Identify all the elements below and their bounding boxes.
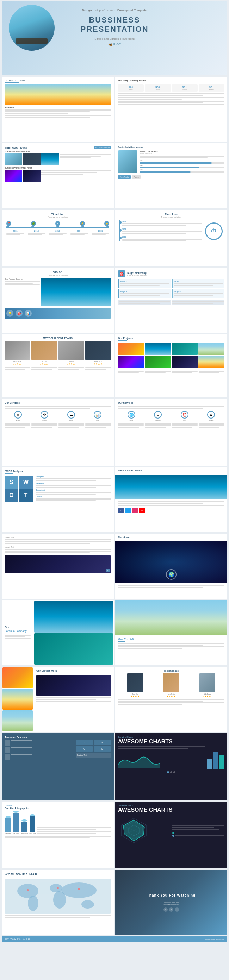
our-portfolio-slide: Our Portfolio — [115, 600, 227, 665]
profile-member-slide: Profile Individual Member Planning Targe… — [115, 143, 227, 208]
target-marketing-slide: 🎯 Target Marketing There are many variat… — [115, 267, 227, 332]
svg-point-8 — [28, 896, 38, 911]
our-projects-label: Our Projects — [118, 337, 224, 339]
vision-subtitle: There are many variations — [5, 274, 111, 276]
timeline2-subtitle: There are many variations — [118, 216, 224, 218]
vision-label: Vision — [5, 270, 111, 274]
best-teams-label: MEET OUR BEST TEAMS — [5, 337, 111, 339]
services-left-label: Our Services — [5, 402, 111, 404]
profile-member-label: Profile Individual Member — [118, 146, 224, 148]
creative-charts1-slide: Creative Charts AWESOME CHARTS — [115, 733, 227, 800]
services-text-slide: sample Text sample Text ▶ — [2, 534, 114, 599]
cover-slide: Design and professional Powerpoint Templ… — [2, 2, 227, 75]
meet-best-teams-slide: MEET OUR BEST TEAMS BEST TEAM ★★★★★ OLIV… — [2, 334, 114, 398]
svg-point-15 — [78, 888, 80, 890]
thank-you-slide: Thank You For Watching www.example.com i… — [115, 870, 227, 935]
svg-point-14 — [57, 887, 59, 889]
social-media-slide: We are Social Media f t i y — [115, 467, 227, 532]
svg-point-13 — [27, 889, 29, 891]
worldwide-label: WORLDWIDE MAP — [5, 873, 111, 876]
cover-title-line1: BUSSINESS — [58, 16, 171, 25]
timeline2-label: Time Line — [118, 213, 224, 216]
target-marketing-label: Target Marketing — [127, 272, 147, 274]
introduction-slide: INTRODUCTION Welcome — [2, 77, 114, 142]
creative-charts2-slide: Creative Charts AWESOME CHARTS — [115, 802, 227, 869]
thank-you-label: Thank You For Watching — [147, 893, 195, 897]
charts2-label: Creative Charts — [118, 804, 224, 807]
swot-s: S — [5, 476, 18, 488]
cover-logo: 🦋 PIGE — [58, 43, 171, 46]
services-banner-slide: Services 🌍 — [115, 534, 227, 599]
cover-title-line2: PRESENTATION — [58, 25, 171, 34]
latest-work-label: Our Lastest Work — [36, 670, 111, 672]
company-profile-slide: This Is My Company Profile 10+ Years 50+… — [115, 77, 227, 142]
portfolio-company-slide: Our Portfolio Company — [2, 600, 114, 665]
infographic-label: Creative Infographic — [5, 807, 111, 809]
target-marketing-subtitle: There are many variations — [127, 274, 147, 276]
svg-point-12 — [82, 900, 94, 908]
intro-label: INTRODUCTION — [5, 80, 111, 82]
bottom-bar: A981 1500+ 黄色，蓝 下载 PowerPoint Template — [2, 936, 227, 942]
awesome-features-slide: Awesome Features — [2, 733, 114, 800]
worldwide-map-slide: WORLDWIDE MAP — [2, 870, 114, 935]
our-services-left-slide: Our Services ✉ Email ⚙ Settings ☁ Cloud — [2, 399, 114, 466]
team2-label: OURS CREATIVE SUPPLY TEAM — [5, 167, 111, 169]
testimonials-slide: Testimonials John Doe ★★★★★ Jane Smith ★… — [115, 667, 227, 732]
teams-badge: BEST CREATORS INF — [94, 146, 111, 149]
profile-title: This Is My Company Profile — [118, 80, 224, 82]
intro-welcome: Welcome — [5, 107, 111, 109]
cover-tagline: Simple and Editable Powerpoint — [58, 37, 171, 40]
services-banner-label: Services — [115, 534, 227, 541]
charts2-title: AWESOME CHARTS — [118, 807, 224, 813]
timeline1-label: Time Line — [5, 213, 111, 216]
vision-slide: Vision There are many variations Be a Fa… — [2, 267, 114, 332]
charts1-title: AWESOME CHARTS — [118, 738, 224, 745]
meet-teams-label: MEET OUR TEAMS — [5, 146, 27, 149]
meet-teams-slide: MEET OUR TEAMS BEST CREATORS INF OURS CR… — [2, 143, 114, 208]
swot-slide: SWOT Analysis S W O T Strengths Weakness — [2, 467, 114, 532]
team1-label: OURS CREATIVE CREW TEAM — [5, 150, 111, 153]
charts1-label: Creative Charts — [118, 736, 224, 738]
our-projects-slide: Our Projects — [115, 334, 227, 398]
swot-label: SWOT Analysis — [5, 470, 111, 473]
cover-subtitle: Design and professional Powerpoint Templ… — [58, 8, 171, 12]
our-services-right-slide: Our Services 🌐 Globe ⚙ Settings ⏰ Clock — [115, 399, 227, 466]
swot-o: O — [5, 489, 18, 502]
latest-work-slide: Our Lastest Work — [2, 667, 114, 732]
swot-t: T — [19, 489, 33, 502]
timeline1-subtitle: There are many variations — [5, 216, 111, 218]
creative-infographic-slide: Creative Creative Infographic The Image … — [2, 802, 114, 869]
timeline-left-slide: Time Line There are many variations 📍 🌿 … — [2, 210, 114, 266]
services-right-label: Our Services — [118, 402, 224, 404]
vision-desc: Be a Famous Designer — [5, 278, 40, 280]
timeline-right-slide: Time Line There are many variations 2011 — [115, 210, 227, 266]
social-media-label: We are Social Media — [115, 467, 227, 473]
portfolio-label: Our — [5, 625, 30, 629]
portfolio-right-label: Our Portfolio — [118, 638, 224, 641]
portfolio-sublabel: Portfolio Company — [5, 629, 30, 633]
testimonials-label: Testimonials — [118, 670, 224, 672]
swot-w: W — [19, 476, 33, 488]
